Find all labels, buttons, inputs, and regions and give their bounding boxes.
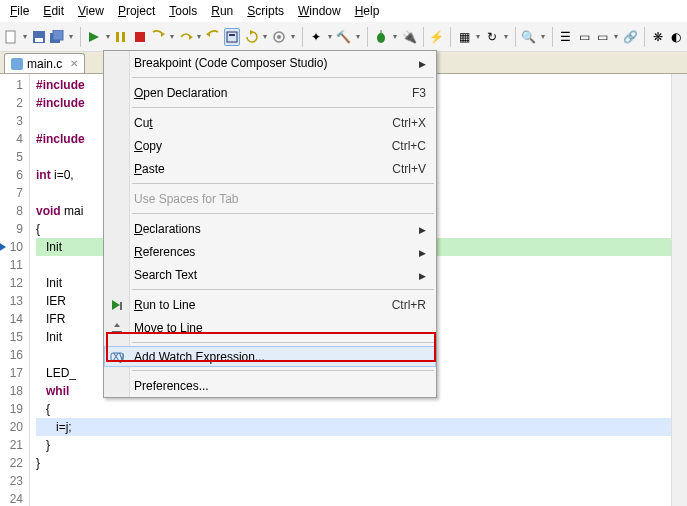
ctx-references[interactable]: References <box>104 240 436 263</box>
menu-project[interactable]: Project <box>112 2 161 20</box>
dropdown-icon[interactable] <box>540 28 546 46</box>
restart-icon[interactable] <box>244 28 258 46</box>
svg-rect-2 <box>35 38 43 42</box>
dropdown-icon[interactable] <box>475 28 481 46</box>
ctx-cut[interactable]: CutCtrl+X <box>104 111 436 134</box>
refresh-icon[interactable]: ↻ <box>485 28 499 46</box>
ctx-copy[interactable]: CopyCtrl+C <box>104 134 436 157</box>
ctx-move-to-line[interactable]: Move to Line <box>104 316 436 339</box>
build-icon[interactable]: 🔨 <box>336 28 351 46</box>
ctx-label: Open Declaration <box>134 86 412 100</box>
new-icon[interactable] <box>4 28 18 46</box>
dropdown-icon[interactable] <box>105 28 111 46</box>
c-file-icon <box>11 58 23 70</box>
submenu-arrow-icon <box>419 222 426 236</box>
ctx-search-text[interactable]: Search Text <box>104 263 436 286</box>
svg-marker-22 <box>114 323 120 327</box>
ctx-shortcut: F3 <box>412 86 426 100</box>
dropdown-icon[interactable] <box>503 28 509 46</box>
new-target-icon[interactable]: ✦ <box>309 28 323 46</box>
close-icon[interactable]: ✕ <box>70 58 78 69</box>
ctx-open-declaration[interactable]: Open DeclarationF3 <box>104 81 436 104</box>
ctx-label: Cut <box>134 116 392 130</box>
svg-marker-5 <box>89 32 99 42</box>
menu-run[interactable]: Run <box>205 2 239 20</box>
reset-icon[interactable] <box>272 28 286 46</box>
svg-rect-12 <box>227 32 237 42</box>
grid-icon[interactable]: ▦ <box>457 28 471 46</box>
save-icon[interactable] <box>32 28 46 46</box>
app-icon[interactable]: ◐ <box>669 28 683 46</box>
dropdown-icon[interactable] <box>197 28 203 46</box>
ctx-label: Paste <box>134 162 392 176</box>
outline-icon[interactable]: ☰ <box>559 28 573 46</box>
dropdown-icon[interactable] <box>68 28 74 46</box>
svg-text:xy: xy <box>113 350 124 363</box>
gear-icon[interactable]: ❋ <box>651 28 665 46</box>
ctx-shortcut: Ctrl+C <box>392 139 426 153</box>
step-over-icon[interactable] <box>178 28 192 46</box>
pause-icon[interactable] <box>114 28 128 46</box>
ctx-label: Search Text <box>134 268 419 282</box>
ctx-label: Declarations <box>134 222 419 236</box>
submenu-arrow-icon <box>419 268 426 282</box>
ctx-shortcut: Ctrl+V <box>392 162 426 176</box>
search-icon[interactable]: 🔍 <box>521 28 536 46</box>
ctx-label: Breakpoint (Code Composer Studio) <box>134 56 419 70</box>
context-menu: Breakpoint (Code Composer Studio)Open De… <box>103 50 437 398</box>
menu-scripts[interactable]: Scripts <box>241 2 290 20</box>
tool-icon[interactable]: ▭ <box>577 28 591 46</box>
flash-icon[interactable]: ⚡ <box>429 28 444 46</box>
dropdown-icon[interactable] <box>290 28 296 46</box>
ctx-run-to-line[interactable]: Run to LineCtrl+R <box>104 293 436 316</box>
assembly-step-icon[interactable] <box>224 28 240 46</box>
link-icon[interactable]: 🔗 <box>623 28 638 46</box>
save-all-icon[interactable] <box>50 28 64 46</box>
svg-marker-11 <box>206 32 210 37</box>
dropdown-icon[interactable] <box>327 28 333 46</box>
ctx-label: Move to Line <box>134 321 426 335</box>
toolbar: ✦ 🔨 🔌 ⚡ ▦ ↻ 🔍 ☰ ▭ ▭ 🔗 ❋ ◐ <box>0 22 687 52</box>
ctx-label: Preferences... <box>134 379 426 393</box>
dropdown-icon[interactable] <box>22 28 28 46</box>
ctx-breakpoint-code-composer-studio[interactable]: Breakpoint (Code Composer Studio) <box>104 51 436 74</box>
step-return-icon[interactable] <box>206 28 220 46</box>
dropdown-icon[interactable] <box>169 28 175 46</box>
ctx-label: Copy <box>134 139 392 153</box>
menu-file[interactable]: File <box>4 2 35 20</box>
tool2-icon[interactable]: ▭ <box>595 28 609 46</box>
ctx-shortcut: Ctrl+X <box>392 116 426 130</box>
menu-tools[interactable]: Tools <box>163 2 203 20</box>
menu-edit[interactable]: Edit <box>37 2 70 20</box>
dropdown-icon[interactable] <box>263 28 269 46</box>
connect-icon[interactable]: 🔌 <box>402 28 417 46</box>
menu-help[interactable]: Help <box>349 2 386 20</box>
ctx-paste[interactable]: PasteCtrl+V <box>104 157 436 180</box>
svg-marker-9 <box>161 32 165 37</box>
run-icon[interactable] <box>87 28 101 46</box>
dropdown-icon[interactable] <box>613 28 619 46</box>
watch-icon: xy <box>109 349 125 365</box>
tab-main-c[interactable]: main.c ✕ <box>4 53 85 73</box>
svg-rect-13 <box>229 34 235 36</box>
menu-view[interactable]: View <box>72 2 110 20</box>
ctx-preferences[interactable]: Preferences... <box>104 374 436 397</box>
ctx-label: Run to Line <box>134 298 392 312</box>
ctx-shortcut: Ctrl+R <box>392 298 426 312</box>
debug-icon[interactable] <box>374 28 388 46</box>
dropdown-icon[interactable] <box>392 28 398 46</box>
vertical-scrollbar[interactable] <box>671 74 687 506</box>
stop-icon[interactable] <box>132 28 146 46</box>
svg-point-16 <box>277 35 281 39</box>
submenu-arrow-icon <box>419 245 426 259</box>
svg-rect-7 <box>122 32 125 42</box>
ctx-label: Add Watch Expression... <box>134 350 426 364</box>
ctx-use-spaces-for-tab: Use Spaces for Tab <box>104 187 436 210</box>
menu-window[interactable]: Window <box>292 2 347 20</box>
submenu-arrow-icon <box>419 56 426 70</box>
ctx-declarations[interactable]: Declarations <box>104 217 436 240</box>
dropdown-icon[interactable] <box>355 28 361 46</box>
ctx-add-watch-expression[interactable]: xyAdd Watch Expression... <box>104 346 436 367</box>
svg-rect-8 <box>135 32 145 42</box>
step-into-icon[interactable] <box>151 28 165 46</box>
